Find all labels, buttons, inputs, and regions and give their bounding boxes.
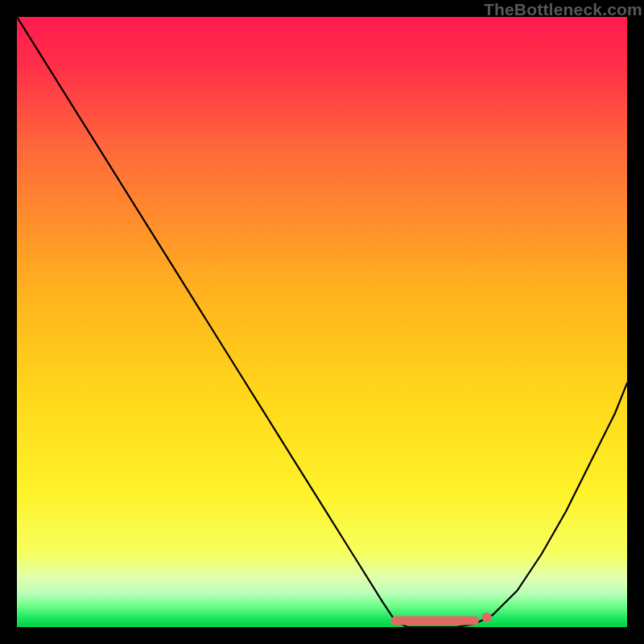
- optimal-zone-endpoint: [482, 613, 492, 622]
- chart-frame: [17, 17, 627, 627]
- chart-plot: [17, 17, 627, 627]
- watermark: TheBottleneck.com: [484, 0, 642, 19]
- gradient-background: [17, 17, 627, 627]
